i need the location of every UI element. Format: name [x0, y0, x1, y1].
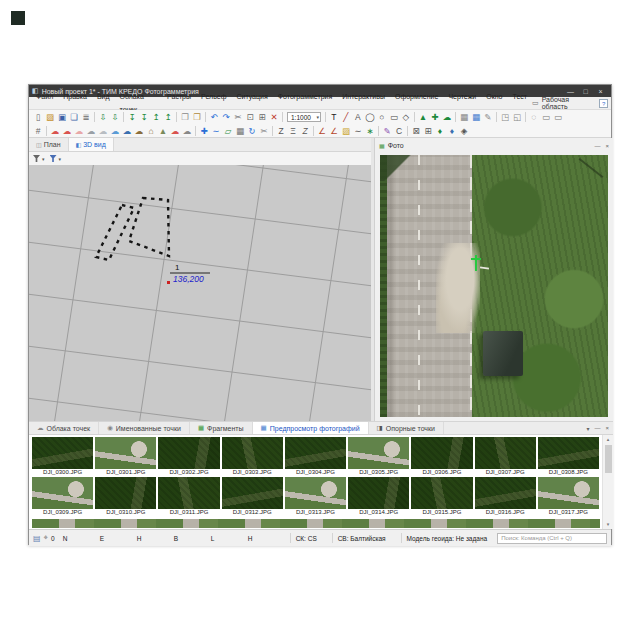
clip-cloud-icon[interactable]: ✂: [258, 125, 270, 137]
scale-select[interactable]: 1:1000: [287, 112, 321, 122]
paste-icon[interactable]: ⊞: [256, 111, 268, 123]
angle-tool-icon[interactable]: A: [352, 111, 364, 123]
paste-view-icon[interactable]: ❐: [191, 111, 203, 123]
cloud-cut-icon[interactable]: ☁: [61, 125, 73, 137]
thumbnail-image[interactable]: [538, 437, 599, 469]
thumbnail-image[interactable]: [475, 477, 536, 509]
rectangle-tool-icon[interactable]: ▭: [388, 111, 400, 123]
thumbnail[interactable]: DJI_0305.JPG: [348, 437, 409, 476]
filter-selection-icon[interactable]: [50, 155, 57, 162]
thumbnail[interactable]: DJI_0309.JPG: [32, 477, 93, 516]
photo-frame-icon[interactable]: ▭: [540, 111, 552, 123]
geoid-model[interactable]: Модель геоида: Не задана: [407, 535, 488, 542]
copy-icon[interactable]: ⊡: [244, 111, 256, 123]
photo-minimize-button[interactable]: —: [594, 143, 600, 149]
chevron-down-icon[interactable]: ▾: [59, 156, 62, 162]
workspace-label[interactable]: Рабочая область: [542, 96, 596, 110]
tab-plan[interactable]: ◫План: [29, 138, 69, 151]
dock-minimize-button[interactable]: —: [594, 425, 600, 431]
cloud-relief-icon[interactable]: ▲: [157, 125, 169, 137]
thumbnail[interactable]: DJI_0313.JPG: [285, 477, 346, 516]
thumbnail[interactable]: DJI_0315.JPG: [411, 477, 472, 516]
layers-icon[interactable]: ▤: [33, 534, 41, 543]
save-all-icon[interactable]: ❏: [68, 111, 80, 123]
marker-green-icon[interactable]: ♦: [434, 125, 446, 137]
redo-icon[interactable]: ↷: [220, 111, 232, 123]
thumbnail[interactable]: DJI_0311.JPG: [158, 477, 219, 516]
thumbnail-image[interactable]: [95, 437, 156, 469]
cloud-ground-icon[interactable]: ☁: [133, 125, 145, 137]
thumbnail[interactable]: DJI_0310.JPG: [95, 477, 156, 516]
node-icon[interactable]: ∗: [364, 125, 376, 137]
command-search-input[interactable]: [497, 533, 607, 544]
thumbnail-image[interactable]: [32, 477, 93, 509]
tab-3d-view[interactable]: ◧3D вид: [69, 138, 114, 151]
new-project-icon[interactable]: ▯: [32, 111, 44, 123]
import-dxf-icon[interactable]: ↧: [126, 111, 138, 123]
terrain-icon[interactable]: ▲: [417, 111, 429, 123]
scroll-down-icon[interactable]: ▾: [603, 520, 613, 529]
import-data-icon[interactable]: ⇩: [97, 111, 109, 123]
thumbnail-image[interactable]: [411, 477, 472, 509]
thumbnail[interactable]: DJI_0302.JPG: [158, 437, 219, 476]
open-project-icon[interactable]: ▨: [44, 111, 56, 123]
thumbnail[interactable]: DJI_0314.JPG: [348, 477, 409, 516]
create-point-icon[interactable]: ✚: [198, 125, 210, 137]
photo-frame2-icon[interactable]: ▭: [552, 111, 564, 123]
delete-icon[interactable]: ✕: [268, 111, 280, 123]
thumbnail-image[interactable]: [285, 477, 346, 509]
grid-settings-icon[interactable]: #: [32, 125, 44, 137]
measure-icon[interactable]: ✎: [381, 125, 393, 137]
cloud-gray-icon[interactable]: ☁: [85, 125, 97, 137]
desktop-icon[interactable]: [11, 11, 25, 25]
ellipse-tool-icon[interactable]: ◯: [364, 111, 376, 123]
cloud-red-icon[interactable]: ☁: [49, 125, 61, 137]
import-cloud-icon[interactable]: ⇩: [109, 111, 121, 123]
minimize-button[interactable]: —: [563, 88, 578, 95]
thumbnail-image[interactable]: [158, 477, 219, 509]
thumbnail-image[interactable]: [222, 437, 283, 469]
thumbnail[interactable]: DJI_0308.JPG: [538, 437, 599, 476]
thumbnail[interactable]: DJI_0317.JPG: [538, 477, 599, 516]
thumbnail[interactable]: DJI_0304.JPG: [285, 437, 346, 476]
rotate-view-icon[interactable]: ↻: [246, 125, 258, 137]
edit-raster-icon[interactable]: ✎: [482, 111, 494, 123]
coordinate-system[interactable]: СК: CS: [296, 535, 317, 542]
thumbnail-image[interactable]: [158, 437, 219, 469]
thumbnail[interactable]: DJI_0301.JPG: [95, 437, 156, 476]
tab-control-points[interactable]: ◨Опорные точки: [369, 422, 444, 434]
close-button[interactable]: ×: [593, 88, 608, 95]
vertical-scrollbar[interactable]: ▴ ▾: [602, 435, 613, 529]
tab-point-clouds[interactable]: ☁Облака точек: [29, 422, 99, 434]
reference-icon[interactable]: ◈: [458, 125, 470, 137]
thumbnail-image[interactable]: [95, 477, 156, 509]
tab-fragments[interactable]: ▦Фрагменты: [190, 422, 253, 434]
project-properties-icon[interactable]: ≣: [80, 111, 92, 123]
thumbnail-image[interactable]: [348, 477, 409, 509]
scrollbar-thumb[interactable]: [605, 445, 612, 473]
save-icon[interactable]: ▣: [56, 111, 68, 123]
cut-icon[interactable]: ✂: [232, 111, 244, 123]
cloud-blue-icon[interactable]: ☁: [109, 125, 121, 137]
thumbnail[interactable]: DJI_0306.JPG: [411, 437, 472, 476]
lasso-icon[interactable]: ◌: [528, 111, 540, 123]
thumbnail-image[interactable]: [475, 437, 536, 469]
undo-icon[interactable]: ↶: [208, 111, 220, 123]
cloud-tool-icon[interactable]: ☁: [441, 111, 453, 123]
raster-georef-icon[interactable]: ▦: [470, 111, 482, 123]
export-dwg-icon[interactable]: ↥: [162, 111, 174, 123]
thumbnail-image[interactable]: [538, 477, 599, 509]
polygon-tool-icon[interactable]: ◇: [400, 111, 412, 123]
raster-icon[interactable]: ▦: [458, 111, 470, 123]
thumbnail-image[interactable]: [348, 437, 409, 469]
thumbnail-image[interactable]: [411, 437, 472, 469]
create-line-icon[interactable]: ∼: [210, 125, 222, 137]
height-system[interactable]: СВ: Балтийская: [338, 535, 386, 542]
tab-named-points[interactable]: ◉Именованные точки: [99, 422, 190, 434]
thumbnail-image[interactable]: [285, 437, 346, 469]
dock-menu-button[interactable]: ▾: [586, 425, 589, 432]
thumbnail[interactable]: DJI_0307.JPG: [475, 437, 536, 476]
create-area-icon[interactable]: ▱: [222, 125, 234, 137]
help-icon[interactable]: ?: [599, 99, 608, 108]
cloud-pink-icon[interactable]: ☁: [73, 125, 85, 137]
